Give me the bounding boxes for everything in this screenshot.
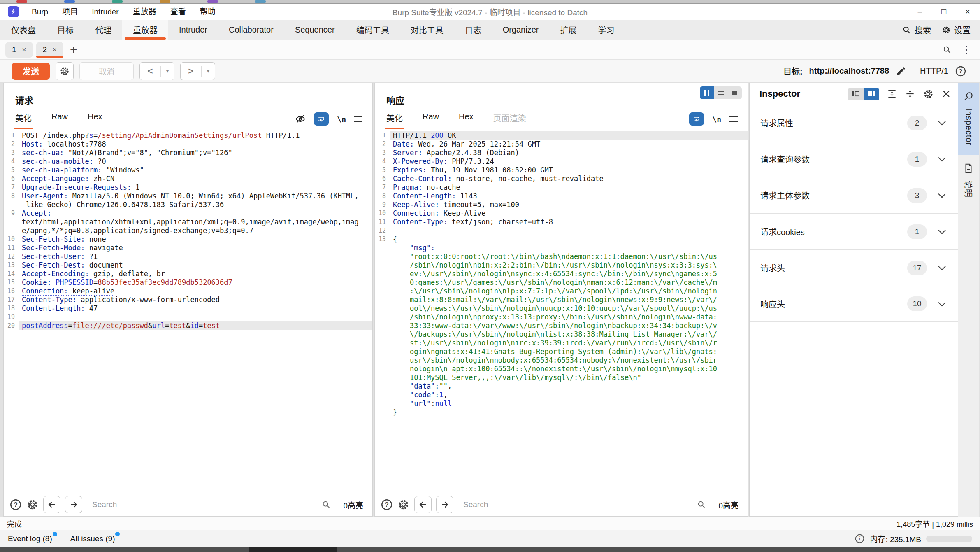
- forward-dropdown-icon[interactable]: ▾: [202, 63, 215, 80]
- cancel-button[interactable]: 取消: [79, 62, 134, 80]
- search-help-icon[interactable]: [381, 498, 393, 511]
- main-tab-目标[interactable]: 目标: [46, 20, 84, 40]
- line-number: 12: [4, 252, 19, 261]
- inspector-dock-right-button[interactable]: [864, 88, 879, 100]
- layout-rows-button[interactable]: [714, 86, 728, 99]
- next-match-button[interactable]: [65, 496, 82, 513]
- maximize-button[interactable]: □: [932, 4, 956, 20]
- expand-all-icon[interactable]: [887, 89, 897, 99]
- response-search-input[interactable]: [463, 500, 697, 509]
- menu-item-Burp[interactable]: Burp: [25, 4, 55, 20]
- main-tab-学习[interactable]: 学习: [587, 20, 625, 40]
- line-number: 7: [375, 183, 390, 192]
- request-tab-Raw[interactable]: Raw: [51, 112, 68, 129]
- response-tab-Hex[interactable]: Hex: [459, 112, 474, 129]
- search-settings-gear-icon[interactable]: [397, 498, 410, 511]
- chevron-down-icon[interactable]: [938, 190, 945, 198]
- main-tab-重放器[interactable]: 重放器: [122, 20, 168, 40]
- new-repeater-tab-button[interactable]: +: [70, 43, 77, 57]
- main-tab-扩展[interactable]: 扩展: [549, 20, 587, 40]
- global-search-button[interactable]: 搜索: [902, 24, 931, 36]
- main-tab-仪表盘[interactable]: 仪表盘: [0, 20, 46, 40]
- request-tab-Hex[interactable]: Hex: [88, 112, 102, 129]
- inspector-settings-gear-icon[interactable]: [923, 89, 934, 100]
- chevron-down-icon[interactable]: [938, 299, 945, 306]
- inspector-section-请求头[interactable]: 请求头17: [750, 249, 958, 286]
- chevron-down-icon[interactable]: [938, 226, 945, 234]
- repeater-tab-2[interactable]: 2×: [36, 42, 64, 58]
- send-settings-button[interactable]: [56, 62, 74, 80]
- request-editor[interactable]: 1POST /index.php?s=/setting/ApiAdminDoma…: [4, 129, 372, 493]
- chevron-down-icon[interactable]: [938, 154, 945, 161]
- history-forward-button[interactable]: > ▾: [180, 62, 215, 80]
- back-dropdown-icon[interactable]: ▾: [161, 63, 174, 80]
- main-tab-Sequencer[interactable]: Sequencer: [284, 20, 346, 40]
- soft-wrap-toggle-icon[interactable]: [314, 112, 329, 126]
- main-tab-编码工具[interactable]: 编码工具: [346, 20, 400, 40]
- response-highlight-count: 0高亮: [718, 499, 738, 510]
- menu-item-帮助[interactable]: 帮助: [193, 4, 223, 20]
- response-editor[interactable]: 1HTTP/1.1 200 OK2Date: Wed, 26 Mar 2025 …: [375, 129, 748, 493]
- chevron-down-icon[interactable]: [938, 118, 945, 125]
- response-tab-页面渲染[interactable]: 页面渲染: [493, 112, 526, 129]
- main-tab-Intruder[interactable]: Intruder: [168, 20, 218, 40]
- repeater-search-icon[interactable]: [943, 45, 952, 54]
- chevron-down-icon[interactable]: [938, 263, 945, 270]
- send-button[interactable]: 发送: [12, 63, 50, 80]
- inspector-section-请求属性[interactable]: 请求属性2: [750, 105, 958, 141]
- next-match-button[interactable]: [436, 496, 453, 513]
- inspector-section-请求cookies[interactable]: 请求cookies1: [750, 213, 958, 249]
- close-button[interactable]: ×: [956, 4, 980, 20]
- hide-nonprintable-eye-slash-icon[interactable]: [295, 114, 306, 124]
- repeater-tab-bar: 1×2×: [5, 42, 63, 58]
- main-tab-Organizer[interactable]: Organizer: [492, 20, 550, 40]
- collapse-all-icon[interactable]: [905, 89, 915, 99]
- all-issues-button[interactable]: All issues (9): [70, 534, 115, 543]
- soft-wrap-toggle-icon[interactable]: [689, 112, 704, 126]
- response-tab-美化[interactable]: 美化: [386, 112, 403, 129]
- show-newlines-toggle-icon[interactable]: \n: [712, 115, 721, 123]
- sidebar-tab-notes[interactable]: 说明: [958, 155, 979, 207]
- http-version-label[interactable]: HTTP/1: [920, 66, 948, 76]
- menu-item-查看[interactable]: 查看: [163, 4, 193, 20]
- main-tab-Collaborator[interactable]: Collaborator: [218, 20, 284, 40]
- chevron-right-icon[interactable]: >: [181, 63, 201, 80]
- response-tab-Raw[interactable]: Raw: [423, 112, 439, 129]
- menu-item-项目[interactable]: 项目: [55, 4, 85, 20]
- layout-single-button[interactable]: [728, 86, 742, 99]
- search-help-icon[interactable]: [9, 498, 22, 511]
- request-tab-美化[interactable]: 美化: [15, 112, 32, 129]
- editor-menu-icon[interactable]: [354, 116, 362, 122]
- chevron-left-icon[interactable]: <: [140, 63, 160, 80]
- inspector-section-请求主体参数[interactable]: 请求主体参数3: [750, 177, 958, 213]
- sidebar-tab-inspector[interactable]: Inspector: [958, 83, 979, 155]
- inspector-close-icon[interactable]: [941, 89, 951, 99]
- inspector-dock-left-button[interactable]: [848, 88, 864, 100]
- event-log-button[interactable]: Event log (8): [8, 534, 52, 543]
- edit-target-pencil-icon[interactable]: [896, 66, 906, 77]
- prev-match-button[interactable]: [43, 496, 60, 513]
- close-tab-icon[interactable]: ×: [22, 46, 26, 54]
- close-tab-icon[interactable]: ×: [53, 46, 57, 54]
- inspector-section-请求查询参数[interactable]: 请求查询参数1: [750, 141, 958, 177]
- repeater-tab-1[interactable]: 1×: [5, 42, 33, 58]
- inspector-section-响应头[interactable]: 响应头10: [750, 286, 958, 322]
- layout-columns-button[interactable]: [700, 86, 714, 99]
- more-options-icon[interactable]: ⋮: [961, 44, 971, 56]
- global-settings-button[interactable]: 设置: [942, 24, 971, 36]
- show-newlines-toggle-icon[interactable]: \n: [337, 115, 346, 123]
- editor-menu-icon[interactable]: [729, 116, 738, 122]
- main-tab-对比工具[interactable]: 对比工具: [400, 20, 454, 40]
- history-back-button[interactable]: < ▾: [139, 62, 174, 80]
- request-search-input[interactable]: [92, 500, 322, 509]
- prev-match-button[interactable]: [414, 496, 432, 513]
- minimize-button[interactable]: –: [908, 4, 932, 20]
- info-icon[interactable]: [855, 533, 865, 544]
- help-icon[interactable]: [955, 65, 966, 77]
- main-tab-代理[interactable]: 代理: [84, 20, 122, 40]
- main-tab-日志[interactable]: 日志: [454, 20, 492, 40]
- menu-item-重放器[interactable]: 重放器: [126, 4, 163, 20]
- line-number: 2: [375, 140, 390, 149]
- menu-item-Intruder[interactable]: Intruder: [85, 4, 125, 20]
- search-settings-gear-icon[interactable]: [26, 498, 39, 511]
